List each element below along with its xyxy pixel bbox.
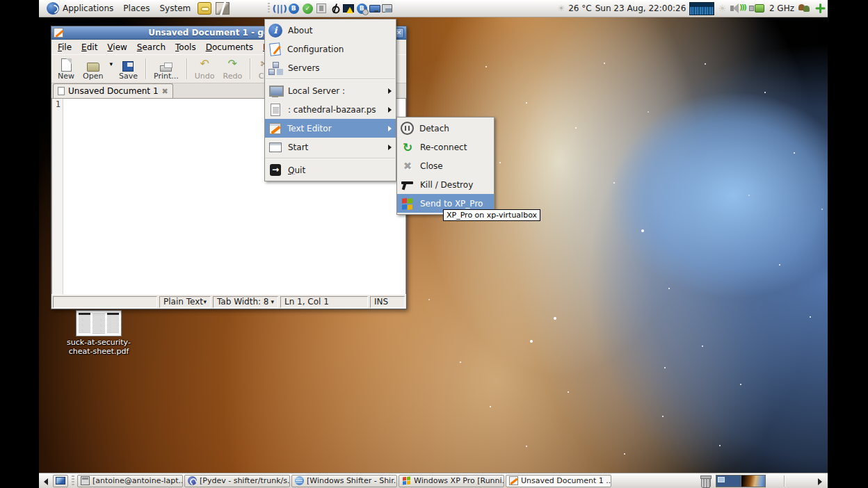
- taskbar-button-browser[interactable]: [Windows Shifter - Shir...: [291, 475, 397, 487]
- gedit-icon: [54, 28, 63, 38]
- menu-item-quit[interactable]: →Quit: [265, 161, 396, 179]
- stars: [485, 66, 487, 67]
- menu-item-about[interactable]: iAbout: [265, 21, 396, 40]
- document-icon: [271, 104, 280, 116]
- taskbar-button-gedit[interactable]: Unsaved Document 1 ...: [506, 475, 611, 487]
- computer-icon: [268, 84, 282, 98]
- tab-width-combo[interactable]: Tab Width: 8▾: [213, 296, 278, 308]
- toolbar-separator: [145, 58, 146, 79]
- submenu-item-close[interactable]: ✖Close: [397, 156, 494, 175]
- applications-menu[interactable]: Applications: [42, 0, 118, 17]
- menu-item-servers[interactable]: Servers: [265, 58, 396, 77]
- menu-tools[interactable]: Tools: [170, 41, 201, 54]
- display-icon[interactable]: [382, 4, 392, 13]
- menu-item-configuration[interactable]: Configuration: [265, 40, 396, 58]
- toolbar-separator: [250, 58, 250, 79]
- system-menu[interactable]: System: [154, 0, 195, 17]
- text-editor-icon: [269, 123, 281, 134]
- menu-view[interactable]: View: [102, 41, 131, 54]
- insert-mode-indicator: INS: [370, 296, 405, 308]
- language-combo[interactable]: Plain Text▾: [159, 296, 211, 308]
- workspace-2[interactable]: [741, 475, 765, 487]
- weather-icon[interactable]: ☀: [557, 3, 565, 13]
- window-icon: [269, 143, 282, 152]
- menu-item-start[interactable]: Start: [265, 138, 396, 156]
- submenu-item-detach[interactable]: Detach: [397, 119, 494, 138]
- print-button[interactable]: Print...: [150, 60, 182, 81]
- menu-search[interactable]: Search: [132, 41, 170, 54]
- bluetooth-icon[interactable]: B: [287, 2, 300, 15]
- printer-icon: [160, 65, 172, 72]
- cpu-frequency[interactable]: 2 GHz: [769, 3, 794, 13]
- taskbar-button-windows-xp[interactable]: Windows XP Pro [Runni...: [399, 475, 504, 487]
- audio-jack-icon[interactable]: [329, 2, 341, 15]
- display-warning-icon[interactable]: [343, 4, 354, 13]
- distro-logo-icon: [47, 2, 59, 15]
- trash-icon[interactable]: [700, 475, 710, 487]
- text-editor-submenu: Detach ↻Re-connect ✖Close Kill / Destroy…: [396, 117, 495, 215]
- workspace-window-thumb: [718, 477, 725, 482]
- submenu-arrow-icon: [388, 126, 392, 131]
- submenu-arrow-icon: [388, 145, 392, 150]
- update-check-icon[interactable]: ✓: [301, 2, 314, 15]
- taskbar-button-pydev[interactable]: [Pydev - shifter/trunk/s...: [184, 475, 290, 487]
- gedit-icon: [509, 476, 518, 485]
- cursor-position: Ln 1, Col 1: [280, 296, 368, 308]
- panel-handle[interactable]: [72, 475, 74, 487]
- new-button[interactable]: New: [54, 58, 78, 81]
- workspace-switcher: [716, 475, 766, 487]
- line-number-gutter: 1: [52, 99, 63, 294]
- shifter-launcher-icon[interactable]: [216, 2, 230, 15]
- brightness-icon[interactable]: ☀: [718, 3, 727, 14]
- system-monitor-graph[interactable]: [689, 2, 714, 15]
- undo-icon: ↶: [198, 58, 211, 71]
- menu-edit[interactable]: Edit: [77, 41, 102, 54]
- new-document-icon: [61, 58, 72, 72]
- battery-icon[interactable]: [749, 4, 766, 13]
- menu-item-local-server[interactable]: Local Server :: [265, 81, 396, 100]
- terminal-icon: [81, 476, 90, 485]
- submenu-item-kill-destroy[interactable]: Kill / Destroy: [397, 175, 494, 194]
- open-button[interactable]: Open: [79, 60, 106, 81]
- submenu-arrow-icon: [388, 107, 392, 113]
- tray-separator: [268, 3, 270, 14]
- shifter-applet-icon[interactable]: (||): [273, 2, 286, 15]
- menu-file[interactable]: File: [53, 41, 77, 54]
- menu-item-cathedral-bazaar[interactable]: : cathedral-bazaar.ps: [265, 100, 396, 119]
- remote-desktop-icon[interactable]: [369, 5, 380, 13]
- workspace-1[interactable]: [716, 475, 741, 487]
- temperature[interactable]: 26 °C: [568, 3, 591, 13]
- submenu-arrow-icon: [388, 88, 392, 94]
- desktop-screen: Applications Places System (||) B ✓ B ☀ …: [39, 0, 828, 488]
- applications-menu-label: Applications: [63, 3, 113, 13]
- taskbar-button-terminal[interactable]: [antoine@antoine-lapt...: [77, 475, 183, 487]
- show-desktop-button[interactable]: [53, 475, 68, 487]
- servers-icon: [268, 62, 282, 76]
- removable-media-icon[interactable]: [315, 2, 328, 15]
- tab-close-icon[interactable]: ✖: [162, 87, 168, 96]
- submenu-item-reconnect[interactable]: ↻Re-connect: [397, 138, 494, 156]
- places-menu-label: Places: [123, 3, 150, 13]
- show-desktop-icon: [56, 477, 65, 485]
- menu-item-text-editor[interactable]: Text Editor: [265, 119, 396, 138]
- scroll-right-icon[interactable]: [817, 476, 823, 486]
- eclipse-icon: [188, 476, 197, 485]
- document-tab[interactable]: Unsaved Document 1 ✖: [53, 83, 173, 98]
- quit-icon: →: [270, 164, 281, 176]
- redo-button[interactable]: ↷Redo: [219, 57, 246, 81]
- desktop-icon-pdf[interactable]: suck-at-security-cheat-sheet.pdf: [67, 310, 131, 356]
- menu-documents[interactable]: Documents: [201, 41, 258, 54]
- volume-icon[interactable]: ))): [730, 3, 746, 14]
- user-switch-icon[interactable]: [798, 3, 812, 14]
- clock[interactable]: Sun 23 Aug, 22:00:26: [595, 3, 686, 13]
- places-menu[interactable]: Places: [118, 0, 154, 17]
- save-button[interactable]: Save: [115, 60, 141, 81]
- bluetooth-settings-icon[interactable]: B: [355, 2, 368, 15]
- drawer-icon[interactable]: [198, 2, 211, 15]
- open-dropdown-icon[interactable]: ▾: [109, 60, 113, 77]
- shifter-applet-menu: iAbout Configuration Servers Local Serve…: [264, 19, 396, 181]
- panel-separator: [784, 475, 785, 487]
- session-icon[interactable]: [815, 3, 825, 14]
- undo-button[interactable]: ↶Undo: [191, 57, 218, 81]
- scroll-left-icon[interactable]: [43, 476, 50, 486]
